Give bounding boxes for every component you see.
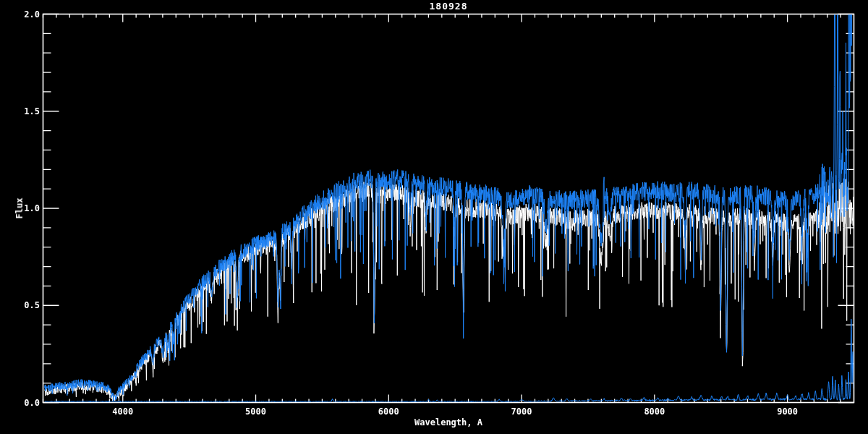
x-tick-label: 5000 (245, 407, 266, 417)
y-tick-label: 2.0 (0, 9, 40, 20)
x-tick-label: 9000 (777, 407, 798, 417)
y-tick-label: 1.0 (0, 203, 40, 213)
y-tick-label: 1.5 (0, 106, 40, 116)
spectrum-plot-window: 180928 Wavelength, A Flux 0.00.51.01.52.… (0, 0, 868, 434)
y-tick-label: 0.5 (0, 300, 40, 310)
x-tick-label: 6000 (378, 407, 399, 417)
x-tick-label: 8000 (644, 407, 665, 417)
spectrum-plot-canvas (0, 0, 868, 434)
x-tick-label: 7000 (511, 407, 532, 417)
x-axis-label: Wavelength, A (414, 417, 482, 427)
plot-title: 180928 (430, 1, 468, 12)
x-tick-label: 4000 (112, 407, 133, 417)
y-tick-label: 0.0 (0, 398, 40, 408)
